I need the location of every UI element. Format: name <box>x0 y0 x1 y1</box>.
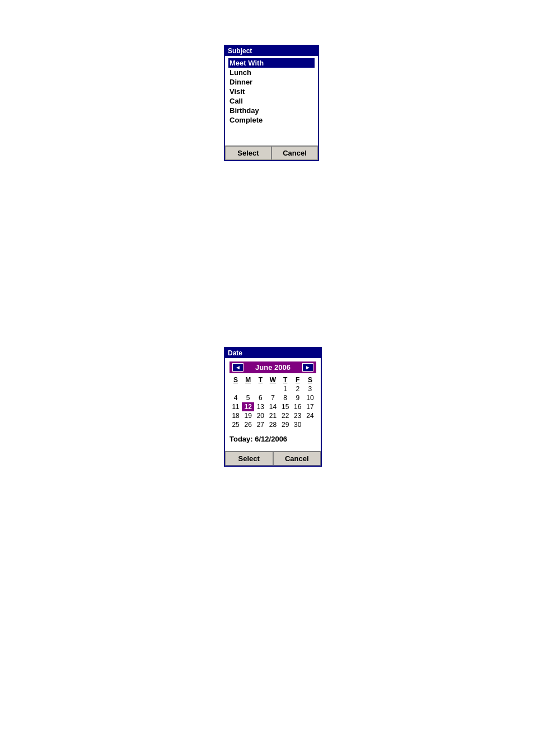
day-header-mon: M <box>242 375 254 384</box>
subject-item-call[interactable]: Call <box>228 96 315 106</box>
day-23[interactable]: 23 <box>292 411 304 420</box>
day-2[interactable]: 2 <box>292 384 304 393</box>
day-1[interactable]: 1 <box>279 384 292 393</box>
subject-dialog-titlebar: Subject <box>225 46 318 56</box>
day-13[interactable]: 13 <box>254 402 266 411</box>
day-empty <box>242 384 254 393</box>
subject-item-birthday[interactable]: Birthday <box>228 106 315 115</box>
calendar-week-5: 25 26 27 28 29 30 <box>229 420 316 429</box>
day-15[interactable]: 15 <box>279 402 292 411</box>
calendar-area: ◄ June 2006 ► S M T W T F S <box>225 358 321 451</box>
calendar-week-1: 1 2 3 <box>229 384 316 393</box>
subject-item-meetwith[interactable]: Meet With <box>228 58 315 68</box>
day-header-thu: T <box>279 375 292 384</box>
date-cancel-button[interactable]: Cancel <box>273 452 321 466</box>
subject-button-bar: Select Cancel <box>225 145 318 160</box>
day-18[interactable]: 18 <box>229 411 242 420</box>
day-7[interactable]: 7 <box>266 393 279 402</box>
day-10[interactable]: 10 <box>304 393 316 402</box>
day-6[interactable]: 6 <box>254 393 266 402</box>
date-title-text: Date <box>228 349 242 357</box>
date-select-button[interactable]: Select <box>225 452 273 466</box>
day-17[interactable]: 17 <box>304 402 316 411</box>
day-empty <box>254 384 266 393</box>
day-3[interactable]: 3 <box>304 384 316 393</box>
day-header-sun: S <box>229 375 242 384</box>
day-5[interactable]: 5 <box>242 393 254 402</box>
day-empty <box>229 384 242 393</box>
day-22[interactable]: 22 <box>279 411 292 420</box>
day-11[interactable]: 11 <box>229 402 242 411</box>
day-25[interactable]: 25 <box>229 420 242 429</box>
date-dialog: Date ◄ June 2006 ► S M T W T F S <box>224 347 322 467</box>
date-button-bar: Select Cancel <box>225 451 321 466</box>
day-19[interactable]: 19 <box>242 411 254 420</box>
calendar-week-2: 4 5 6 7 8 9 10 <box>229 393 316 402</box>
next-month-button[interactable]: ► <box>302 363 313 372</box>
day-16[interactable]: 16 <box>292 402 304 411</box>
subject-cancel-button[interactable]: Cancel <box>271 146 318 160</box>
date-dialog-titlebar: Date <box>225 348 321 358</box>
subject-item-complete[interactable]: Complete <box>228 115 315 125</box>
calendar-week-3: 11 12 13 14 15 16 17 <box>229 402 316 411</box>
day-empty <box>304 420 316 429</box>
subject-item-visit[interactable]: Visit <box>228 87 315 96</box>
day-20[interactable]: 20 <box>254 411 266 420</box>
day-header-fri: F <box>292 375 304 384</box>
subject-title-text: Subject <box>228 47 252 55</box>
day-empty <box>266 384 279 393</box>
subject-dialog: Subject Meet With Lunch Dinner Visit Cal… <box>224 45 319 161</box>
day-21[interactable]: 21 <box>266 411 279 420</box>
subject-item-dinner[interactable]: Dinner <box>228 77 315 87</box>
calendar-nav: ◄ June 2006 ► <box>229 361 316 373</box>
day-4[interactable]: 4 <box>229 393 242 402</box>
day-8[interactable]: 8 <box>279 393 292 402</box>
calendar-week-4: 18 19 20 21 22 23 24 <box>229 411 316 420</box>
subject-list-area: Meet With Lunch Dinner Visit Call Birthd… <box>225 56 318 145</box>
day-header-tue: T <box>254 375 266 384</box>
prev-month-button[interactable]: ◄ <box>232 363 243 372</box>
day-header-wed: W <box>266 375 279 384</box>
day-14[interactable]: 14 <box>266 402 279 411</box>
day-9[interactable]: 9 <box>292 393 304 402</box>
day-24[interactable]: 24 <box>304 411 316 420</box>
subject-item-lunch[interactable]: Lunch <box>228 68 315 77</box>
day-26[interactable]: 26 <box>242 420 254 429</box>
month-year-label: June 2006 <box>255 363 291 372</box>
today-label: Today: 6/12/2006 <box>229 434 316 444</box>
day-29[interactable]: 29 <box>279 420 292 429</box>
subject-select-button[interactable]: Select <box>225 146 271 160</box>
day-12-selected[interactable]: 12 <box>242 402 254 411</box>
day-30[interactable]: 30 <box>292 420 304 429</box>
calendar-grid: S M T W T F S 1 2 3 <box>229 375 316 429</box>
day-header-sat: S <box>304 375 316 384</box>
day-27[interactable]: 27 <box>254 420 266 429</box>
day-28[interactable]: 28 <box>266 420 279 429</box>
